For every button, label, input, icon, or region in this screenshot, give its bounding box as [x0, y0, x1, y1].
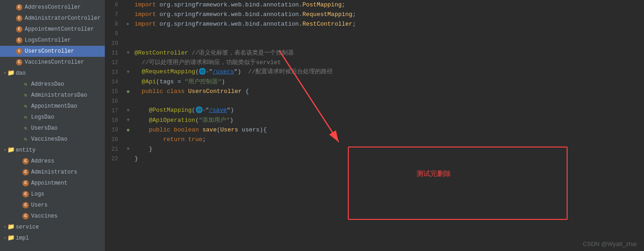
gutter: [124, 10, 133, 19]
sidebar-label: AddressDao: [31, 80, 64, 89]
sidebar-item-vaccines[interactable]: C Vaccines: [0, 211, 105, 222]
sidebar-item-address-dao[interactable]: ⇆ AddressDao: [0, 79, 105, 90]
gutter: ▶: [124, 19, 133, 29]
gutter: [124, 29, 133, 38]
sidebar-item-logs-dao[interactable]: ⇆ LogsDao: [0, 112, 105, 123]
line-number: 9: [105, 29, 124, 38]
table-row: 7 import org.springframework.web.bind.an…: [105, 10, 644, 19]
gutter: [124, 135, 133, 144]
dao-icon: ⇆: [22, 81, 29, 88]
line-number: 20: [105, 135, 124, 144]
line-content: public class UsersController {: [133, 87, 644, 96]
sidebar-item-users-controller[interactable]: C UsersController: [0, 46, 105, 57]
line-number: 11: [105, 48, 124, 58]
line-content: @RestController //语义化标签，表名该类是一个控制器: [133, 48, 644, 58]
chevron-down-icon: ▾: [4, 223, 6, 232]
line-number: 22: [105, 154, 124, 164]
class-icon: C: [22, 180, 29, 187]
sidebar[interactable]: C AddressController C AdministratorContr…: [0, 0, 105, 251]
sidebar-item-vaccines-controller[interactable]: C VaccinesController: [0, 57, 105, 68]
sidebar-label: AppointmentDao: [31, 102, 77, 111]
sidebar-item-administrator-controller[interactable]: C AdministratorController: [0, 13, 105, 24]
gutter: ▼: [124, 144, 133, 154]
table-row: 21 ▼ }: [105, 144, 644, 154]
sidebar-label: LogsController: [25, 36, 71, 45]
sidebar-label: UsersController: [25, 47, 74, 56]
sidebar-label: service: [16, 223, 38, 232]
sidebar-item-appointment-dao[interactable]: ⇆ AppointmentDao: [0, 101, 105, 112]
table-row: 12 //可以处理用户的请求和响应，功能类似于servlet: [105, 58, 644, 67]
gutter: [124, 58, 133, 67]
line-number: 8: [105, 19, 124, 29]
table-row: 19 ● public boolean save(Users users){: [105, 125, 644, 135]
sidebar-item-users[interactable]: C Users: [0, 200, 105, 211]
gutter: ▼: [124, 67, 133, 77]
folder-icon: 📁: [7, 234, 15, 243]
gutter: [124, 77, 133, 87]
line-number: 6: [105, 0, 124, 10]
sidebar-item-appointment-controller[interactable]: C AppointmentController: [0, 24, 105, 35]
gutter: ●: [124, 87, 133, 96]
table-row: 6 import org.springframework.web.bind.an…: [105, 0, 644, 10]
code-table: 6 import org.springframework.web.bind.an…: [105, 0, 644, 164]
sidebar-label: Appointment: [31, 179, 67, 188]
sidebar-folder-dao[interactable]: ▾ 📁 dao: [0, 68, 105, 79]
line-number: 14: [105, 77, 124, 87]
line-content: @Api(tags = "用户控制器"): [133, 77, 644, 87]
sidebar-item-administrators[interactable]: C Administrators: [0, 167, 105, 178]
sidebar-folder-service[interactable]: ▾ 📁 service: [0, 222, 105, 233]
gutter: ▼: [124, 115, 133, 125]
class-icon: C: [22, 213, 29, 220]
sidebar-label: Administrators: [31, 168, 77, 177]
sidebar-label: AddressController: [25, 3, 81, 12]
folder-icon: 📁: [7, 146, 15, 155]
sidebar-label: VaccinesController: [25, 58, 84, 67]
line-content: //可以处理用户的请求和响应，功能类似于servlet: [133, 58, 644, 67]
chevron-down-icon: ▾: [4, 69, 6, 78]
sidebar-folder-entity[interactable]: ▾ 📁 entity: [0, 145, 105, 156]
folder-icon: 📁: [7, 223, 15, 232]
line-content: @ApiOperation("添加用户"): [133, 115, 644, 125]
dao-icon: ⇆: [22, 103, 29, 110]
class-icon: C: [22, 169, 29, 176]
sidebar-item-address[interactable]: C Address: [0, 156, 105, 167]
line-content: [133, 38, 644, 48]
sidebar-label: Logs: [31, 190, 44, 199]
dao-icon: ⇆: [22, 92, 29, 99]
sidebar-item-administrators-dao[interactable]: ⇆ AdministratorsDao: [0, 90, 105, 101]
sidebar-folder-impl[interactable]: ▾ 📁 impl: [0, 233, 105, 244]
chevron-down-icon: ▾: [4, 146, 6, 155]
sidebar-item-logs-controller[interactable]: C LogsController: [0, 35, 105, 46]
sidebar-label: Address: [31, 157, 54, 166]
line-number: 17: [105, 106, 124, 115]
sidebar-label: AdministratorsDao: [31, 91, 87, 100]
line-content: public boolean save(Users users){: [133, 125, 644, 135]
sidebar-item-address-controller[interactable]: C AddressController: [0, 2, 105, 13]
line-content: import org.springframework.web.bind.anno…: [133, 0, 644, 10]
dao-icon: ⇆: [22, 114, 29, 121]
class-icon: C: [16, 37, 23, 44]
code-editor[interactable]: 6 import org.springframework.web.bind.an…: [105, 0, 644, 251]
table-row: 14 @Api(tags = "用户控制器"): [105, 77, 644, 87]
class-icon: C: [22, 158, 29, 165]
sidebar-label: AppointmentController: [25, 25, 94, 34]
sidebar-label: VaccinesDao: [31, 135, 67, 144]
table-row: 20 return true;: [105, 135, 644, 144]
sidebar-item-appointment[interactable]: C Appointment: [0, 178, 105, 189]
table-row: 10: [105, 38, 644, 48]
line-content: @RequestMapping(🌐▾"/users") //配置请求时候后台处理…: [133, 67, 644, 77]
line-content: [133, 29, 644, 38]
table-row: 17 ▼ @PostMapping(🌐▾"/save"): [105, 106, 644, 115]
sidebar-item-users-dao[interactable]: ⇆ UsersDao: [0, 123, 105, 134]
sidebar-item-logs[interactable]: C Logs: [0, 189, 105, 200]
gutter: ●: [124, 125, 133, 135]
chevron-down-icon: ▾: [4, 234, 6, 243]
dao-icon: ⇆: [22, 125, 29, 132]
sidebar-label: Users: [31, 201, 48, 210]
line-number: 19: [105, 125, 124, 135]
sidebar-item-vaccines-dao[interactable]: ⇆ VaccinesDao: [0, 134, 105, 145]
line-number: 13: [105, 67, 124, 77]
gutter: ▼: [124, 48, 133, 58]
gutter: [124, 154, 133, 164]
line-number: 10: [105, 38, 124, 48]
